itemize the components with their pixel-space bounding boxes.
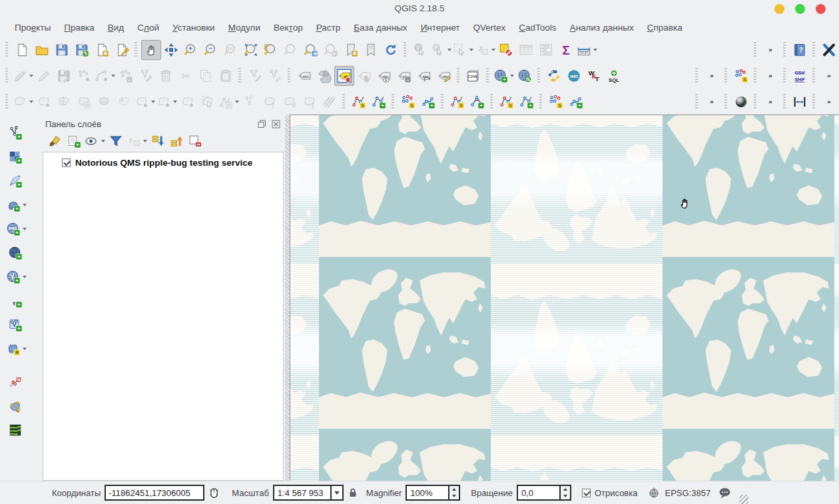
- advanced-digitizing-5[interactable]: [94, 92, 114, 112]
- toolbar-drag-handle[interactable]: [441, 94, 445, 110]
- toolbar-drag-handle[interactable]: [695, 68, 699, 84]
- toggle-editing[interactable]: [34, 66, 54, 86]
- node-tool[interactable]: [136, 66, 156, 86]
- toolbar-drag-handle[interactable]: [5, 94, 9, 110]
- menu-5[interactable]: Установки: [166, 20, 222, 35]
- magnifier-spinbox[interactable]: 100%: [406, 485, 460, 501]
- add-raster-layer[interactable]: +: [5, 147, 25, 167]
- expand-all[interactable]: [149, 132, 166, 150]
- select-features[interactable]: [452, 40, 474, 60]
- advanced-digitizing-15[interactable]: ∫: [300, 92, 320, 112]
- advanced-digitizing-12[interactable]: [240, 92, 260, 112]
- save-project[interactable]: [52, 40, 72, 60]
- pan-map[interactable]: [141, 40, 161, 60]
- select-by-expression-dropdown-arrow[interactable]: [491, 49, 495, 51]
- python-console[interactable]: [544, 66, 564, 86]
- panel-float-button[interactable]: [257, 119, 267, 129]
- measure-line[interactable]: [576, 40, 598, 60]
- menu-8[interactable]: Растр: [310, 20, 348, 35]
- messages-icon[interactable]: [718, 486, 732, 500]
- toolbar-extension-5[interactable]: »: [702, 92, 722, 112]
- add-wfs-layer-dropdown-arrow[interactable]: [23, 276, 27, 278]
- advanced-digitizing-9[interactable]: ✱: [178, 92, 198, 112]
- add-wms-layer[interactable]: WMS+: [5, 219, 27, 239]
- rotation-spinbox[interactable]: 0,0: [517, 485, 571, 501]
- menu-10[interactable]: Интернет: [414, 20, 467, 35]
- toolbar-extension-3[interactable]: »: [760, 66, 780, 86]
- manage-visibility-dropdown-arrow[interactable]: [101, 140, 105, 142]
- scale-dropdown-arrow[interactable]: [330, 485, 344, 501]
- coords-input[interactable]: [105, 485, 204, 501]
- toolbar-drag-handle[interactable]: [724, 68, 728, 84]
- menu-1[interactable]: Проекты: [8, 20, 57, 35]
- curve-digitizing-dropdown-arrow[interactable]: [111, 75, 115, 77]
- panel-splitter[interactable]: [285, 115, 290, 481]
- field-calculator[interactable]: [536, 40, 556, 60]
- rotation-up-button[interactable]: [561, 486, 570, 493]
- toolbar-extension-6[interactable]: »: [760, 92, 780, 112]
- zoom-to-selection[interactable]: [281, 40, 301, 60]
- open-layer-styling[interactable]: [47, 132, 64, 150]
- run-feature-action[interactable]: [430, 40, 452, 60]
- points-export-plugin[interactable]: S: [731, 66, 751, 86]
- toolbar-drag-handle[interactable]: [537, 68, 541, 84]
- toolbar-drag-handle[interactable]: [486, 68, 490, 84]
- advanced-digitizing-3[interactable]: [54, 92, 74, 112]
- add-virtual-layer-dropdown-arrow[interactable]: [23, 348, 27, 350]
- select-by-expression[interactable]: ε: [474, 40, 496, 60]
- identify-features[interactable]: i: [410, 40, 430, 60]
- menu-11[interactable]: QVertex: [467, 20, 513, 35]
- menu-3[interactable]: Вид: [101, 20, 131, 35]
- track-mouse-icon[interactable]: [208, 487, 220, 499]
- qvertex-add-2[interactable]: +: [418, 92, 438, 112]
- copy-features[interactable]: [196, 66, 216, 86]
- maximize-button[interactable]: [795, 4, 805, 14]
- minimize-button[interactable]: [774, 4, 784, 14]
- toolbar-drag-handle[interactable]: [5, 68, 9, 84]
- filter-by-expression[interactable]: ε: [126, 132, 148, 150]
- new-bookmark[interactable]: ✱: [341, 40, 361, 60]
- menu-9[interactable]: База данных: [347, 20, 414, 35]
- menu-6[interactable]: Модули: [222, 20, 267, 35]
- filter-by-expression-dropdown-arrow[interactable]: [143, 140, 147, 142]
- layer-diagram[interactable]: ab: [354, 66, 374, 86]
- qvertex-snap-1[interactable]: S: [349, 92, 369, 112]
- layer-labeling[interactable]: ab: [334, 66, 354, 86]
- advanced-digitizing-1[interactable]: [12, 92, 34, 112]
- advanced-digitizing-11-dropdown-arrow[interactable]: [235, 101, 239, 103]
- globe-plugin[interactable]: [731, 92, 751, 112]
- save-layer-edits[interactable]: [54, 66, 74, 86]
- rotate-label[interactable]: abc: [414, 66, 434, 86]
- menu-12[interactable]: CadTools: [512, 20, 563, 35]
- toolbar-drag-handle[interactable]: [783, 94, 787, 110]
- advanced-digitizing-8-dropdown-arrow[interactable]: [173, 101, 177, 103]
- qms-add-layer[interactable]: +: [493, 66, 515, 86]
- manage-visibility[interactable]: [84, 132, 106, 150]
- statistical-summary[interactable]: Σ: [556, 40, 576, 60]
- add-wcs-layer[interactable]: +: [5, 243, 25, 263]
- measure-line-dropdown-arrow[interactable]: [593, 49, 597, 51]
- curve-digitizing[interactable]: ✱: [94, 66, 116, 86]
- move-feature[interactable]: →: [116, 66, 136, 86]
- zoom-next[interactable]: ►: [321, 40, 341, 60]
- offset-curve[interactable]: [245, 66, 265, 86]
- zoom-native[interactable]: 1:1: [221, 40, 241, 60]
- add-group[interactable]: +: [65, 132, 83, 150]
- help-contents[interactable]: ?: [790, 40, 810, 60]
- toolbar-drag-handle[interactable]: [724, 94, 728, 110]
- qms-add-layer-dropdown-arrow[interactable]: [510, 75, 514, 77]
- x-plugin[interactable]: [819, 40, 839, 60]
- toolbar-extension-1[interactable]: »: [760, 40, 780, 60]
- wkt-tools[interactable]: WKT: [584, 66, 604, 86]
- deselect-all[interactable]: [496, 40, 516, 60]
- quick-wkt[interactable]: wkt: [564, 66, 584, 86]
- add-postgis-layer-dropdown-arrow[interactable]: [23, 204, 27, 206]
- toolbar-drag-handle[interactable]: [783, 68, 787, 84]
- magnifier-down-button[interactable]: [449, 493, 459, 499]
- crs-icon[interactable]: [648, 487, 660, 499]
- toolbar-drag-handle[interactable]: [135, 42, 139, 58]
- qvertex-add-4[interactable]: +: [517, 92, 537, 112]
- toolbar-extension-7[interactable]: »: [819, 92, 839, 112]
- menu-13[interactable]: Анализ данных: [563, 20, 641, 35]
- menu-14[interactable]: Справка: [641, 20, 689, 35]
